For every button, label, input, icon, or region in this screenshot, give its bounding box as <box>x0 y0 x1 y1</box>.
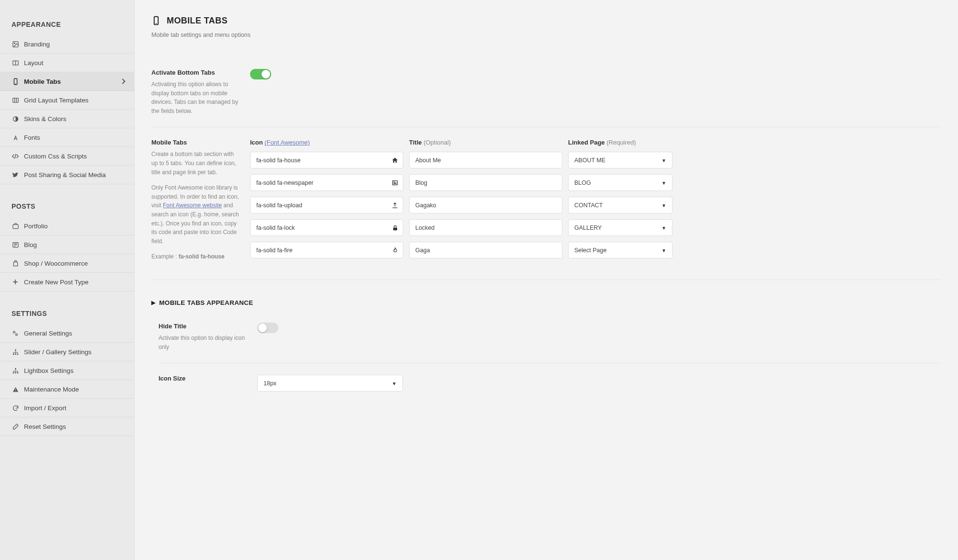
activate-label: Activate Bottom Tabs <box>151 69 241 76</box>
icon-input[interactable] <box>250 197 403 213</box>
caret-down-icon: ▼ <box>661 202 666 208</box>
linked-page-select[interactable]: GALLERY ▼ <box>568 219 673 236</box>
sidebar-item-label: Maintenance Mode <box>24 386 79 393</box>
sidebar-item-create-post-type[interactable]: Create New Post Type <box>0 273 134 291</box>
svg-rect-6 <box>12 98 18 102</box>
title-input[interactable] <box>409 174 562 191</box>
linked-page-select[interactable]: ABOUT ME ▼ <box>568 152 673 168</box>
sidebar-item-blog[interactable]: Blog <box>0 235 134 254</box>
sidebar-item-label: Post Sharing & Social Media <box>24 171 106 179</box>
phone-icon <box>11 78 19 85</box>
svg-point-17 <box>13 331 15 333</box>
linked-page-select[interactable]: Select Page ▼ <box>568 242 673 258</box>
contrast-icon <box>11 115 19 123</box>
caret-down-icon: ▼ <box>392 381 397 386</box>
caret-right-icon: ▶ <box>151 300 155 306</box>
sidebar-item-post-sharing[interactable]: Post Sharing & Social Media <box>0 166 134 184</box>
sidebar-item-label: Skins & Colors <box>24 115 67 123</box>
sidebar-item-grid-templates[interactable]: Grid Layout Templates <box>0 91 134 110</box>
sidebar-item-skins[interactable]: Skins & Colors <box>0 110 134 128</box>
sidebar-item-label: Import / Export <box>24 404 67 412</box>
tab-row: GALLERY ▼ <box>250 219 941 236</box>
sidebar-item-label: Create New Post Type <box>24 279 89 286</box>
sidebar-section-posts: POSTS <box>0 199 134 217</box>
sidebar-item-label: Layout <box>24 59 44 67</box>
sidebar-item-branding[interactable]: Branding <box>0 35 134 54</box>
icon-size-select[interactable]: 18px ▼ <box>257 375 403 392</box>
sidebar-item-label: Shop / Woocommerce <box>24 260 88 267</box>
linked-page-select[interactable]: BLOG ▼ <box>568 174 673 191</box>
icon-input[interactable] <box>250 152 403 168</box>
activate-toggle[interactable] <box>250 69 271 79</box>
sidebar-item-label: Portfolio <box>24 223 48 230</box>
caret-down-icon: ▼ <box>661 225 666 230</box>
main-content: MOBILE TABS Mobile tab settings and menu… <box>135 0 958 560</box>
tab-row: Select Page ▼ <box>250 242 941 258</box>
svg-point-1 <box>14 43 15 44</box>
title-input[interactable] <box>409 152 562 168</box>
sidebar-section-appearance: APPEARANCE <box>0 17 134 35</box>
tab-row: ABOUT ME ▼ <box>250 152 941 168</box>
sidebar-item-label: Lightbox Settings <box>24 367 74 374</box>
appearance-subheader[interactable]: ▶ MOBILE TABS APPEARANCE <box>151 299 941 306</box>
svg-rect-21 <box>15 353 16 355</box>
icon-input[interactable] <box>250 219 403 236</box>
svg-rect-19 <box>15 349 16 350</box>
sidebar-item-lightbox-settings[interactable]: Lightbox Settings <box>0 361 134 380</box>
sidebar-item-fonts[interactable]: Fonts <box>0 128 134 147</box>
tab-row: BLOG ▼ <box>250 174 941 191</box>
linked-page-select[interactable]: CONTACT ▼ <box>568 197 673 213</box>
svg-rect-24 <box>12 372 14 373</box>
bag-icon <box>11 259 19 267</box>
sidebar-item-label: General Settings <box>24 330 72 337</box>
title-input[interactable] <box>409 197 562 213</box>
sidebar-item-label: Custom Css & Scripts <box>24 153 87 160</box>
tab-row: CONTACT ▼ <box>250 197 941 213</box>
mobile-tabs-desc: Create a bottom tab section with up to 5… <box>151 150 241 261</box>
icon-input[interactable] <box>250 174 403 191</box>
chevron-right-icon <box>121 78 125 85</box>
svg-rect-22 <box>17 353 18 355</box>
grid-icon <box>11 96 19 104</box>
sidebar: APPEARANCE Branding Layout Mobile Tabs G… <box>0 0 135 560</box>
font-icon <box>11 134 19 141</box>
sidebar-item-layout[interactable]: Layout <box>0 54 134 72</box>
sidebar-item-mobile-tabs[interactable]: Mobile Tabs <box>0 72 134 91</box>
sitemap-icon <box>11 367 19 374</box>
font-awesome-header-link[interactable]: (Font Awesome) <box>264 139 309 146</box>
title-input[interactable] <box>409 219 562 236</box>
briefcase-icon <box>11 222 19 230</box>
sidebar-item-label: Slider / Gallery Settings <box>24 348 91 356</box>
sidebar-item-label: Blog <box>24 241 37 248</box>
caret-down-icon: ▼ <box>661 180 666 185</box>
sidebar-item-label: Grid Layout Templates <box>24 97 89 104</box>
sidebar-item-shop[interactable]: Shop / Woocommerce <box>0 254 134 273</box>
sidebar-item-label: Branding <box>24 41 50 48</box>
svg-rect-20 <box>12 353 14 355</box>
title-input[interactable] <box>409 242 562 258</box>
hide-title-desc: Activate this option to display icon onl… <box>159 334 249 351</box>
sidebar-item-general-settings[interactable]: General Settings <box>0 324 134 343</box>
sidebar-item-reset-settings[interactable]: Reset Settings <box>0 417 134 436</box>
sidebar-item-custom-css[interactable]: Custom Css & Scripts <box>0 147 134 166</box>
sidebar-item-portfolio[interactable]: Portfolio <box>0 217 134 235</box>
svg-rect-23 <box>15 368 16 369</box>
caret-down-icon: ▼ <box>661 247 666 253</box>
sidebar-item-label: Fonts <box>24 134 40 141</box>
image-icon <box>11 40 19 48</box>
page-subtitle: Mobile tab settings and menu options <box>151 32 941 38</box>
twitter-icon <box>11 171 19 179</box>
eraser-icon <box>11 423 19 430</box>
icon-input[interactable] <box>250 242 403 258</box>
sidebar-item-import-export[interactable]: Import / Export <box>0 399 134 417</box>
sidebar-item-maintenance[interactable]: Maintenance Mode <box>0 380 134 399</box>
activate-desc: Activating this option allows to display… <box>151 80 241 115</box>
sidebar-item-slider-settings[interactable]: Slider / Gallery Settings <box>0 343 134 361</box>
plus-icon <box>11 278 19 286</box>
hide-title-toggle[interactable] <box>257 323 278 333</box>
page-title: MOBILE TABS <box>167 16 228 26</box>
sidebar-item-label: Mobile Tabs <box>24 78 61 85</box>
code-icon <box>11 152 19 160</box>
font-awesome-link[interactable]: Font Awesome website <box>163 202 222 209</box>
gears-icon <box>11 329 19 337</box>
